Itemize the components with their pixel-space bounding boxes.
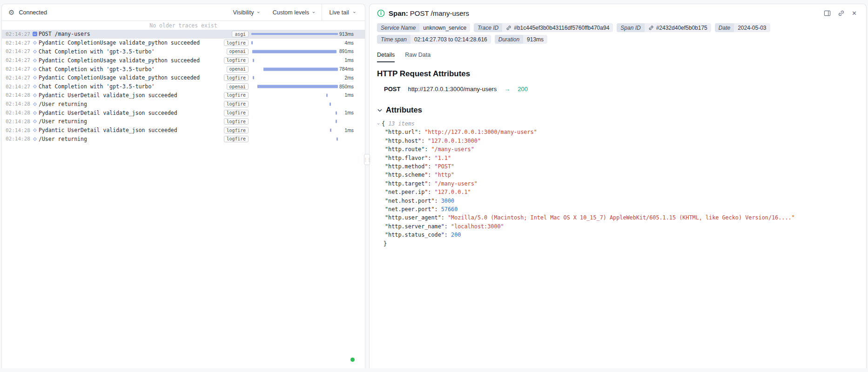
json-value: "http://127.0.0.1:3000/many-users" bbox=[424, 129, 537, 135]
trace-row-icon bbox=[33, 93, 36, 97]
trace-row[interactable]: 02:14:27 POST /many-users asgi 913ms bbox=[2, 30, 365, 39]
json-value: "Mozilla/5.0 (Macintosh; Intel Mac OS X … bbox=[448, 214, 795, 221]
panel-resize-handle[interactable]: ⋮⋮ bbox=[364, 154, 370, 165]
trace-row-label: Chat Completion with 'gpt-3.5-turbo' bbox=[39, 66, 227, 73]
settings-gear-icon[interactable]: ⚙ bbox=[8, 9, 14, 16]
trace-row-tag: openai bbox=[227, 83, 249, 90]
trace-row[interactable]: 02:14:28 /User returning logfire bbox=[2, 100, 365, 108]
tab[interactable]: Raw Data bbox=[405, 52, 431, 62]
trace-row-timeline bbox=[251, 117, 338, 126]
trace-row-timeline bbox=[251, 30, 338, 39]
json-value: "127.0.0.1:3000" bbox=[428, 138, 481, 144]
tab[interactable]: Details bbox=[377, 52, 395, 62]
trace-row[interactable]: 02:14:27 Pydantic CompletionUsage valida… bbox=[2, 73, 365, 82]
trace-row-time: 02:14:27 bbox=[2, 66, 31, 72]
trace-row-duration: 784ms bbox=[338, 66, 365, 72]
trace-row-tag: logfire bbox=[224, 136, 249, 142]
trace-row-label: Chat Completion with 'gpt-3.5-turbo' bbox=[39, 83, 227, 90]
trace-row-duration: 1ms bbox=[338, 110, 365, 115]
trace-row-icon bbox=[33, 137, 36, 141]
trace-row-icon bbox=[33, 102, 36, 106]
trace-row-bar bbox=[253, 76, 254, 80]
json-entry: "http.route""/many-users" bbox=[385, 145, 859, 153]
json-entry: "net.peer.port"57660 bbox=[385, 205, 859, 213]
trace-row[interactable]: 02:14:28 /User returning logfire bbox=[2, 135, 365, 144]
live-tail-button[interactable]: Live tail ⌄ bbox=[322, 4, 365, 20]
trace-row[interactable]: 02:14:27 Chat Completion with 'gpt-3.5-t… bbox=[2, 47, 365, 56]
trace-row[interactable]: 02:14:28 Pydantic UserDetail validate_js… bbox=[2, 126, 365, 135]
link-icon[interactable] bbox=[648, 25, 654, 31]
json-key: "http.server_name" bbox=[385, 223, 451, 230]
meta-chip-label: Duration bbox=[495, 35, 523, 44]
chevron-down-icon[interactable] bbox=[377, 107, 383, 113]
copy-link-icon[interactable] bbox=[838, 10, 845, 17]
link-icon[interactable] bbox=[506, 25, 511, 31]
trace-row-icon bbox=[33, 120, 36, 123]
trace-row-bar bbox=[251, 41, 253, 45]
trace-row-tag: asgi bbox=[232, 31, 249, 37]
trace-row-bar bbox=[253, 59, 254, 62]
visibility-dropdown[interactable]: Visibility ⌄ bbox=[227, 4, 267, 20]
chevron-down-icon: ⌄ bbox=[311, 8, 316, 14]
trace-row[interactable]: 02:14:27 Chat Completion with 'gpt-3.5-t… bbox=[2, 82, 365, 91]
trace-row[interactable]: 02:14:27 Pydantic CompletionUsage valida… bbox=[2, 39, 365, 47]
trace-row-tag: openai bbox=[227, 66, 249, 73]
json-key: "http.method" bbox=[385, 163, 435, 170]
trace-row-icon bbox=[33, 59, 36, 62]
trace-row[interactable]: 02:14:28 Pydantic UserDetail validate_js… bbox=[2, 108, 365, 117]
trace-row-timeline bbox=[251, 82, 338, 91]
trace-row-time: 02:14:28 bbox=[2, 127, 31, 133]
trace-row-duration: 2ms bbox=[338, 75, 365, 80]
trace-row-duration: 1ms bbox=[338, 128, 365, 133]
json-key: "http.flavor" bbox=[385, 155, 435, 161]
trace-row-time: 02:14:27 bbox=[2, 84, 31, 90]
meta-chip: Date 2024-05-03 bbox=[715, 23, 770, 32]
meta-chip-label: Service Name bbox=[377, 23, 419, 32]
trace-row-timeline bbox=[251, 91, 338, 100]
trace-row-time: 02:14:27 bbox=[2, 31, 31, 37]
trace-row-label: /User returning bbox=[39, 101, 224, 107]
trace-row-label: Chat Completion with 'gpt-3.5-turbo' bbox=[39, 48, 227, 55]
trace-row-tag: logfire bbox=[224, 92, 249, 99]
trace-row-timeline bbox=[251, 135, 338, 144]
trace-rows: 02:14:27 POST /many-users asgi 913ms 02:… bbox=[2, 30, 365, 368]
trace-row-bar bbox=[330, 129, 331, 132]
trace-row-timeline bbox=[251, 47, 338, 56]
meta-chip: Span ID #2432d40ef5b0b175 bbox=[617, 23, 711, 32]
trace-row-time: 02:14:27 bbox=[2, 57, 31, 63]
json-entry: "http.user_agent""Mozilla/5.0 (Macintosh… bbox=[385, 213, 859, 222]
trace-row[interactable]: 02:14:28 Pydantic UserDetail validate_js… bbox=[2, 91, 365, 100]
trace-row-timeline bbox=[251, 39, 338, 47]
meta-chip-value: 913ms bbox=[527, 36, 544, 43]
custom-levels-dropdown[interactable]: Custom levels ⌄ bbox=[267, 4, 322, 20]
meta-chip: Time span 02:14:27.703 to 02:14:28.616 bbox=[377, 35, 491, 44]
json-open-brace: { bbox=[382, 120, 385, 128]
trace-row-tag: logfire bbox=[224, 118, 249, 125]
trace-row-icon bbox=[33, 41, 36, 45]
json-entry: "http.scheme""http" bbox=[385, 171, 859, 179]
trace-row-tag: openai bbox=[227, 48, 249, 55]
trace-row-label: Pydantic UserDetail validate_json succee… bbox=[39, 110, 224, 116]
trace-list-panel: ⚙ Connected Visibility ⌄ Custom levels ⌄… bbox=[1, 4, 365, 368]
trace-row[interactable]: 02:14:27 Chat Completion with 'gpt-3.5-t… bbox=[2, 65, 365, 73]
json-value: 200 bbox=[451, 232, 461, 238]
meta-chip-label: Time span bbox=[377, 35, 410, 44]
trace-row-tag: logfire bbox=[224, 127, 249, 133]
trace-row-time: 02:14:28 bbox=[2, 92, 31, 98]
no-older-traces-label: No older traces exist bbox=[2, 21, 365, 30]
trace-row-timeline bbox=[251, 73, 338, 82]
trace-row[interactable]: 02:14:27 Pydantic CompletionUsage valida… bbox=[2, 56, 365, 65]
json-entry: "http.server_name""localhost:3000" bbox=[385, 222, 859, 231]
trace-row-tag: logfire bbox=[224, 110, 249, 116]
close-icon[interactable]: ✕ bbox=[852, 10, 857, 17]
trace-row-bar bbox=[336, 111, 337, 114]
info-icon bbox=[377, 9, 385, 17]
chevron-down-icon[interactable]: ⌄ bbox=[377, 119, 380, 127]
trace-row-label: /User returning bbox=[39, 118, 224, 125]
open-drawer-icon[interactable] bbox=[824, 10, 831, 17]
json-key: "net.peer.ip" bbox=[385, 189, 435, 195]
trace-row[interactable]: 02:14:28 /User returning logfire bbox=[2, 117, 365, 126]
trace-row-bar bbox=[326, 93, 328, 97]
meta-chip: Trace ID #b1c445ef3b0b43116df5760ffb470a… bbox=[474, 23, 613, 32]
trace-row-label: Pydantic CompletionUsage validate_python… bbox=[39, 74, 224, 81]
